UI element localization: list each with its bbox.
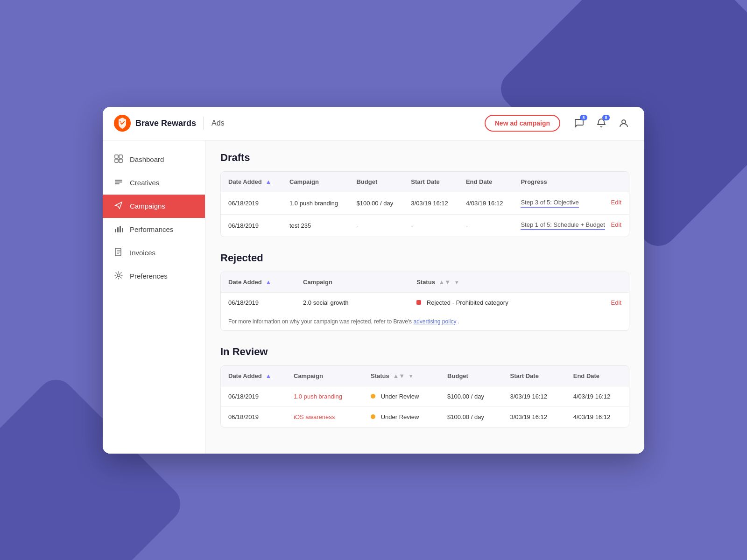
sidebar: Dashboard Creatives Campaigns Performanc…	[103, 140, 205, 454]
draft-row2-edit[interactable]: Edit	[611, 221, 621, 228]
rejected-header-row: Date Added ▲ Campaign Status ▲▼ ▼	[221, 272, 629, 293]
advertising-policy-link[interactable]: advertising policy	[413, 318, 456, 325]
ir-row2-status: Under Review	[363, 406, 440, 427]
ir-status-filter[interactable]: ▼	[409, 373, 414, 379]
svg-rect-6	[115, 180, 122, 181]
preferences-icon	[114, 271, 123, 281]
rej-row1-edit[interactable]: Edit	[611, 299, 621, 306]
body-layout: Dashboard Creatives Campaigns Performanc…	[103, 140, 644, 454]
new-campaign-button[interactable]: New ad campaign	[485, 115, 560, 132]
status-dot-yellow	[371, 394, 375, 399]
draft-row2-budget: -	[349, 214, 403, 237]
ir-row1-campaign-link[interactable]: 1.0 push branding	[294, 393, 342, 400]
rejected-col-status: Status ▲▼ ▼	[409, 272, 629, 293]
svg-rect-10	[117, 227, 119, 232]
main-content: Drafts Date Added ▲ Campaign Budget Star…	[205, 140, 644, 454]
draft-row1-progress: Step 3 of 5: Objective Edit	[513, 192, 629, 214]
invoices-icon	[114, 248, 123, 258]
ir-row2-date: 06/18/2019	[221, 406, 286, 427]
notifications-button[interactable]: 8	[592, 114, 611, 133]
draft-row2-progress: Step 1 of 5: Schedule + Budget Edit	[513, 214, 629, 237]
sidebar-label-campaigns: Campaigns	[130, 202, 165, 210]
sidebar-item-invoices[interactable]: Invoices	[103, 241, 205, 265]
user-icon	[619, 118, 629, 128]
drafts-col-budget: Budget	[349, 172, 403, 192]
svg-rect-11	[120, 226, 121, 232]
sidebar-item-dashboard[interactable]: Dashboard	[103, 148, 205, 171]
in-review-table: Date Added ▲ Campaign Status ▲▼ ▼ Budget…	[221, 366, 629, 427]
drafts-col-start: Start Date	[403, 172, 458, 192]
table-row: 06/18/2019 2.0 social growth Rejected - …	[221, 292, 629, 313]
ir-col-date: Date Added ▲	[221, 366, 286, 386]
ir-col-campaign: Campaign	[286, 366, 363, 386]
creatives-icon	[114, 178, 123, 188]
draft-row2-date: 06/18/2019	[221, 214, 282, 237]
progress-step2: Step 1 of 5: Schedule + Budget	[521, 221, 605, 230]
svg-rect-5	[119, 159, 122, 162]
rejected-note: For more information on why your campaig…	[221, 313, 629, 330]
in-review-title: In Review	[220, 346, 629, 358]
svg-rect-8	[115, 183, 120, 184]
draft-row1-end: 4/03/19 16:12	[458, 192, 514, 214]
rej-row1-status: Rejected - Prohibited category Edit	[409, 292, 629, 313]
campaigns-icon	[114, 201, 123, 211]
draft-row1-start: 3/03/19 16:12	[403, 192, 458, 214]
sidebar-item-performances[interactable]: Performances	[103, 218, 205, 241]
svg-rect-2	[115, 155, 118, 158]
ir-row1-budget: $100.00 / day	[440, 386, 502, 406]
svg-point-1	[622, 120, 626, 124]
drafts-col-campaign: Campaign	[282, 172, 349, 192]
rejected-table-container: Date Added ▲ Campaign Status ▲▼ ▼	[220, 272, 629, 331]
drafts-col-progress: Progress	[513, 172, 629, 192]
app-window: Brave Rewards Ads New ad campaign 8 8	[103, 107, 644, 454]
rej-status-sort[interactable]: ▲▼	[439, 279, 451, 286]
draft-row2-end: -	[458, 214, 514, 237]
rej-row1-date: 06/18/2019	[221, 292, 296, 313]
in-review-table-container: Date Added ▲ Campaign Status ▲▼ ▼ Budget…	[220, 365, 629, 427]
ir-row1-end: 4/03/19 16:12	[566, 386, 629, 406]
table-row: 06/18/2019 1.0 push branding Under Revie…	[221, 386, 629, 406]
logo-area: Brave Rewards	[114, 115, 196, 132]
drafts-col-end: End Date	[458, 172, 514, 192]
messages-button[interactable]: 8	[570, 114, 588, 133]
draft-row2-start: -	[403, 214, 458, 237]
user-menu-button[interactable]	[614, 114, 633, 133]
drafts-header-row: Date Added ▲ Campaign Budget Start Date …	[221, 172, 629, 192]
ir-row1-status: Under Review	[363, 386, 440, 406]
ir-row1-date: 06/18/2019	[221, 386, 286, 406]
notifications-badge: 8	[602, 115, 610, 120]
header: Brave Rewards Ads New ad campaign 8 8	[103, 107, 644, 140]
rejected-title: Rejected	[220, 252, 629, 264]
drafts-table: Date Added ▲ Campaign Budget Start Date …	[221, 172, 629, 237]
draft-row1-edit[interactable]: Edit	[611, 199, 621, 206]
svg-rect-12	[122, 228, 123, 232]
table-row: 06/18/2019 test 235 - - - Step 1 of 5: S…	[221, 214, 629, 237]
sidebar-item-creatives[interactable]: Creatives	[103, 171, 205, 195]
ir-status-sort[interactable]: ▲▼	[393, 372, 405, 379]
draft-row1-date: 06/18/2019	[221, 192, 282, 214]
brave-logo-icon	[114, 115, 131, 132]
draft-row1-campaign: 1.0 push branding	[282, 192, 349, 214]
sidebar-item-preferences[interactable]: Preferences	[103, 265, 205, 288]
svg-rect-4	[115, 159, 118, 162]
rejected-col-date: Date Added ▲	[221, 272, 296, 293]
svg-rect-9	[115, 229, 116, 232]
logo-text: Brave Rewards	[135, 119, 196, 128]
drafts-col-date: Date Added ▲	[221, 172, 282, 192]
table-row: 06/18/2019 iOS awareness Under Review $1…	[221, 406, 629, 427]
ir-date-sort[interactable]: ▲	[265, 372, 271, 379]
sidebar-label-creatives: Creatives	[130, 179, 159, 187]
ir-col-budget: Budget	[440, 366, 502, 386]
sidebar-label-dashboard: Dashboard	[130, 155, 164, 163]
dashboard-icon	[114, 154, 123, 165]
draft-row2-campaign: test 235	[282, 214, 349, 237]
ir-row2-campaign-link[interactable]: iOS awareness	[294, 413, 335, 420]
svg-rect-3	[119, 155, 122, 158]
rej-date-sort-icon[interactable]: ▲	[265, 279, 271, 286]
header-section: Ads	[211, 119, 225, 127]
ir-row1-start: 3/03/19 16:12	[502, 386, 565, 406]
header-icons: 8 8	[570, 114, 633, 133]
date-sort-icon[interactable]: ▲	[265, 178, 271, 185]
sidebar-item-campaigns[interactable]: Campaigns	[103, 195, 205, 218]
rej-status-filter[interactable]: ▼	[454, 280, 459, 285]
